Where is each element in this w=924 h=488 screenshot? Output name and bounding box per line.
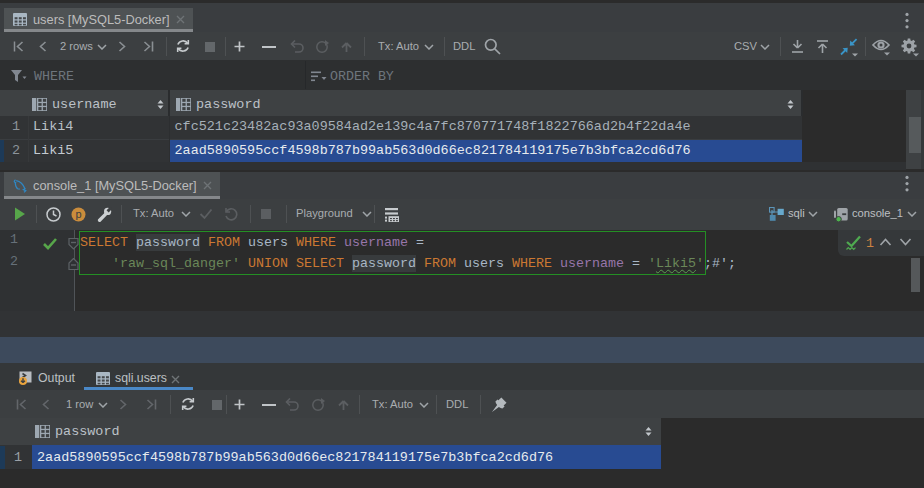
svg-text:p: p [75,208,81,220]
